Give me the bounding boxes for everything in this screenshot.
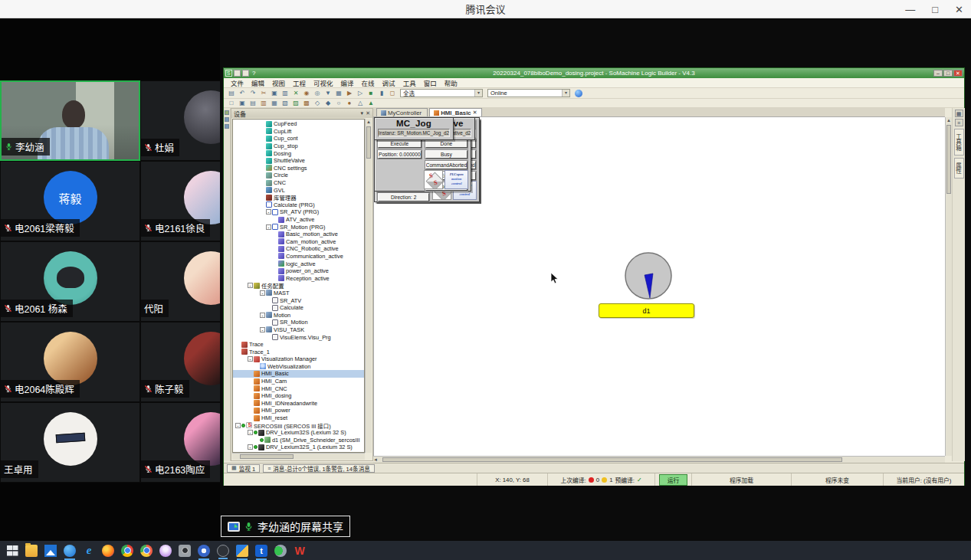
- device-tree-item[interactable]: 任务配置: [233, 282, 364, 290]
- tapd-app-icon[interactable]: [255, 545, 267, 557]
- copy-icon[interactable]: ▣: [270, 89, 279, 97]
- device-tree-item[interactable]: ATV_active: [233, 216, 364, 224]
- maximize-button[interactable]: □: [932, 4, 938, 15]
- device-tree-item[interactable]: HMI_CNC: [233, 385, 364, 392]
- menu-item[interactable]: 工程: [289, 78, 310, 87]
- logout-icon[interactable]: ▷: [356, 89, 365, 97]
- chevron-down-icon[interactable]: ▾: [562, 90, 569, 97]
- device-tree-item[interactable]: Trace_1: [233, 348, 364, 355]
- menu-item[interactable]: 工具: [399, 78, 420, 87]
- dock-vertical-tab[interactable]: 工具箱: [954, 129, 964, 156]
- dut-icon[interactable]: ▤: [248, 99, 258, 107]
- cnc-icon[interactable]: ◇: [313, 99, 322, 107]
- firefox-icon[interactable]: [102, 545, 114, 557]
- settings-app-icon[interactable]: [198, 545, 210, 557]
- device-tree-item[interactable]: Motion: [233, 311, 364, 319]
- find-icon[interactable]: ◉: [302, 89, 311, 97]
- new-pou-icon[interactable]: □: [227, 99, 236, 107]
- device-tree-item[interactable]: DRV_Lexium32S (Lexium 32 S): [233, 429, 364, 437]
- new-file-icon[interactable]: [234, 70, 241, 77]
- status-chip[interactable]: ≡ 消息-总计0个错误, 1条警告, 14条消息: [263, 464, 375, 473]
- internet-explorer-icon[interactable]: [83, 545, 95, 557]
- device-tree-item[interactable]: CNC: [233, 179, 364, 187]
- device-tree-item[interactable]: CNC settings: [233, 165, 364, 172]
- login-icon[interactable]: ▶: [345, 89, 354, 97]
- toolbox-icon[interactable]: ▦: [955, 110, 963, 117]
- device-tree-item[interactable]: 库管理器: [233, 194, 364, 201]
- device-tree-item[interactable]: DRV_Lexium32S_1 (Lexium 32 S): [233, 444, 364, 451]
- tab-close-icon[interactable]: ✕: [473, 110, 477, 116]
- tree-expander-icon[interactable]: [235, 423, 241, 428]
- device-tree-hscrollbar[interactable]: [232, 453, 365, 460]
- device-tree-item[interactable]: Basic_motion_active: [233, 231, 364, 238]
- device-tree-vscrollbar[interactable]: ▲: [365, 119, 372, 453]
- editor-tab[interactable]: HMI_Basic ✕: [429, 108, 481, 116]
- block-button[interactable]: Busy: [425, 150, 468, 159]
- tree-expander-icon[interactable]: [260, 313, 265, 318]
- select-all-combo[interactable]: 全选▾: [400, 89, 483, 97]
- assistant-app-icon[interactable]: [159, 545, 172, 557]
- device-tree-item[interactable]: HMI_dosing: [233, 392, 364, 400]
- tim-app-icon[interactable]: [64, 545, 76, 557]
- start-icon[interactable]: ▮: [377, 89, 386, 97]
- device-tree-item[interactable]: CupFeed: [233, 120, 364, 128]
- device-tree-item[interactable]: HMI_power: [233, 407, 364, 414]
- file-explorer-icon[interactable]: [25, 545, 38, 557]
- menu-item[interactable]: 文件: [227, 78, 248, 87]
- windows-start-icon[interactable]: [6, 545, 18, 557]
- menu-item[interactable]: 帮助: [441, 78, 461, 87]
- browser-icon[interactable]: [140, 545, 153, 557]
- properties-icon[interactable]: ≡: [955, 119, 963, 126]
- device-tree-item[interactable]: VisuElems.Visu_Prg: [233, 333, 364, 341]
- block-button[interactable]: Direction: 2: [378, 193, 429, 201]
- participant-tile[interactable]: 李幼涵: [0, 80, 140, 161]
- participant-tile[interactable]: 电2161徐良: [140, 161, 220, 241]
- print-icon[interactable]: ▤: [227, 89, 236, 97]
- tree-expander-icon[interactable]: [248, 283, 253, 288]
- menu-item[interactable]: 视图: [268, 78, 289, 87]
- participant-tile[interactable]: 陈子毅: [140, 322, 220, 402]
- photos-app-icon[interactable]: [44, 545, 57, 557]
- recorder-app-icon[interactable]: [217, 545, 229, 557]
- trace-icon[interactable]: ▨: [291, 99, 300, 107]
- chevron-down-icon[interactable]: ▾: [474, 90, 482, 97]
- redo-icon[interactable]: ↷: [248, 89, 258, 97]
- participant-tile[interactable]: 代阳: [140, 241, 220, 322]
- tree-expander-icon[interactable]: [248, 444, 253, 450]
- screen-share-banner[interactable]: 李幼涵的屏幕共享: [221, 516, 350, 537]
- replace-icon[interactable]: ◎: [313, 89, 322, 97]
- cam-icon[interactable]: ▩: [302, 99, 311, 107]
- device-tree-item[interactable]: MAST: [233, 290, 364, 297]
- device-tree-item[interactable]: WebVisualization: [233, 363, 364, 371]
- somachine-restore-button[interactable]: □: [943, 70, 953, 77]
- cut-icon[interactable]: ✂: [259, 89, 268, 97]
- block-button[interactable]: Execute: [378, 139, 422, 148]
- online-mode-combo[interactable]: Online▾: [487, 89, 570, 97]
- device-tree-item[interactable]: HMI_IDNreadandwrite: [233, 400, 364, 408]
- menu-item[interactable]: 编译: [337, 78, 358, 87]
- device-tree-item[interactable]: Dosing: [233, 149, 364, 157]
- participant-tile[interactable]: 蒋毅 电2061梁蒋毅: [0, 161, 140, 241]
- participant-tile[interactable]: 电2064陈殿辉: [0, 322, 140, 402]
- device-tree-item[interactable]: CupLift: [233, 128, 364, 136]
- axis-icon[interactable]: ◆: [323, 99, 333, 107]
- chrome-icon[interactable]: [121, 545, 133, 557]
- device-tree-item[interactable]: SR_Motion (PRG): [233, 223, 364, 231]
- menu-item[interactable]: 在线: [358, 78, 379, 87]
- somachine-minimize-button[interactable]: –: [933, 70, 943, 77]
- tree-expander-icon[interactable]: [260, 290, 265, 296]
- device-tree-item[interactable]: CNC_Robotic_active: [233, 245, 364, 253]
- globe-icon[interactable]: [575, 90, 582, 97]
- device-tree-item[interactable]: ShuttleValve: [233, 157, 364, 165]
- wechat-app-icon[interactable]: [274, 545, 287, 557]
- device-tree-item[interactable]: GVL: [233, 186, 364, 194]
- somachine-close-button[interactable]: ✕: [953, 70, 963, 77]
- camera-app-icon[interactable]: [179, 545, 191, 557]
- menu-item[interactable]: 窗口: [420, 78, 441, 87]
- menu-item[interactable]: 调试: [379, 78, 399, 87]
- monitor-icon[interactable]: ○: [334, 99, 343, 107]
- tree-expander-icon[interactable]: [266, 209, 271, 215]
- save-icon[interactable]: [242, 70, 249, 77]
- device-tree-item[interactable]: Visualization Manager: [233, 355, 364, 363]
- tree-expander-icon[interactable]: [260, 327, 265, 332]
